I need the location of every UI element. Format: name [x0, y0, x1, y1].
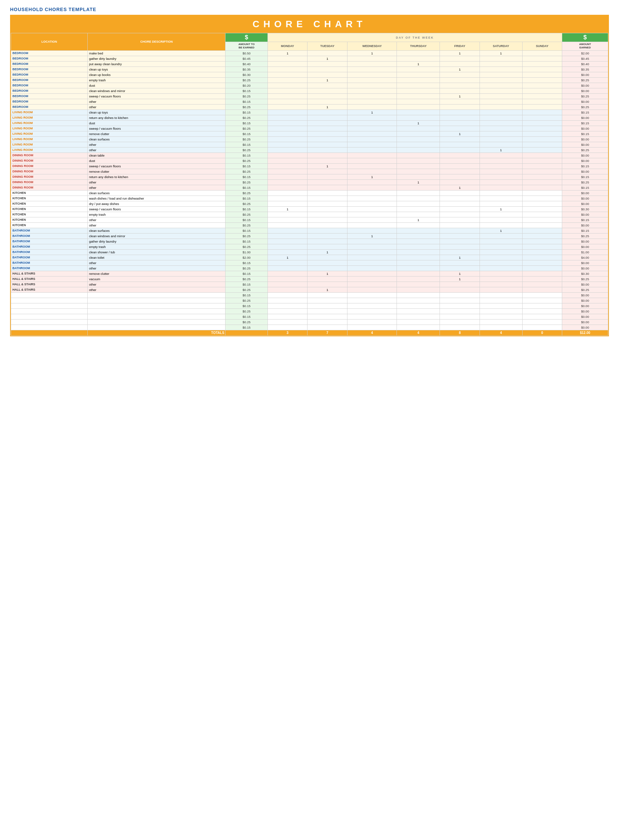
row-sat: [480, 190, 522, 196]
table-row: DINING ROOM other $0.25 1 $0.25: [11, 179, 608, 185]
row-location: DINING ROOM: [11, 174, 88, 179]
row-sat: [480, 115, 522, 120]
row-sat: [480, 244, 522, 249]
table-row: BEDROOM make bed $0.50 1 1 1 1 $2.00: [11, 51, 608, 56]
table-row: LIVING ROOM return any dishes to kitchen…: [11, 115, 608, 120]
table-row: HALL & STAIRS remove clutter $0.15 1 1 $…: [11, 271, 608, 276]
row-sun: [522, 56, 562, 61]
row-sat: [480, 131, 522, 136]
row-wed: 1: [347, 51, 396, 56]
row-tue: [308, 308, 347, 314]
row-amount: $0.25: [226, 287, 268, 292]
row-amount: $0.15: [226, 142, 268, 147]
row-earned: $0.25: [562, 104, 608, 109]
row-location: BATHROOM: [11, 249, 88, 255]
row-thu: [397, 276, 440, 282]
row-thu: [397, 308, 440, 314]
row-mon: [268, 292, 308, 298]
row-sat: [480, 239, 522, 244]
row-sun: [522, 88, 562, 93]
row-sun: [522, 169, 562, 174]
row-chore: clean shower / tub: [87, 249, 225, 255]
row-thu: [397, 265, 440, 271]
row-mon: [268, 131, 308, 136]
row-thu: [397, 131, 440, 136]
row-sat: [480, 61, 522, 67]
row-sat: [480, 319, 522, 324]
row-thu: [397, 282, 440, 287]
row-amount: $0.25: [226, 77, 268, 83]
row-wed: [347, 244, 396, 249]
table-row: LIVING ROOM other $0.25 1 $0.25: [11, 147, 608, 152]
row-location: [11, 319, 88, 324]
row-mon: [268, 212, 308, 217]
table-row: $0.15 $0.00: [11, 324, 608, 330]
row-thu: [397, 99, 440, 104]
row-mon: [268, 88, 308, 93]
row-mon: [268, 228, 308, 233]
row-earned: $0.00: [562, 282, 608, 287]
row-amount: $0.15: [226, 120, 268, 126]
row-tue: [308, 120, 347, 126]
row-mon: [268, 120, 308, 126]
row-location: [11, 298, 88, 303]
table-row: LIVING ROOM dust $0.15 1 $0.15: [11, 120, 608, 126]
table-row: KITCHEN clean surfaces $0.25 $0.00: [11, 190, 608, 196]
row-sat: [480, 255, 522, 260]
table-row: KITCHEN other $0.15 1 $0.15: [11, 217, 608, 223]
table-row: BEDROOM put away clean laundry $0.40 1 $…: [11, 61, 608, 67]
row-sun: [522, 298, 562, 303]
row-earned: $0.15: [562, 163, 608, 169]
row-fri: [440, 56, 480, 61]
row-wed: [347, 56, 396, 61]
row-chore: empty trash: [87, 244, 225, 249]
row-thu: [397, 104, 440, 109]
row-wed: [347, 93, 396, 99]
row-chore: remove clutter: [87, 131, 225, 136]
row-thu: [397, 56, 440, 61]
row-mon: [268, 324, 308, 330]
row-amount: $0.25: [226, 190, 268, 196]
row-chore: vacuum: [87, 276, 225, 282]
row-wed: [347, 282, 396, 287]
row-thu: [397, 319, 440, 324]
row-fri: [440, 282, 480, 287]
row-earned: $0.30: [562, 206, 608, 212]
row-wed: [347, 67, 396, 72]
row-tue: 1: [308, 77, 347, 83]
row-amount: $0.25: [226, 265, 268, 271]
row-earned: $0.00: [562, 99, 608, 104]
row-mon: [268, 67, 308, 72]
row-mon: [268, 104, 308, 109]
row-fri: [440, 206, 480, 212]
table-row: LIVING ROOM sweep / vacuum floors $0.25 …: [11, 126, 608, 131]
row-sat: [480, 223, 522, 228]
row-sun: [522, 255, 562, 260]
row-wed: [347, 271, 396, 276]
row-chore: sweep / vacuum floors: [87, 163, 225, 169]
row-wed: [347, 292, 396, 298]
row-wed: [347, 131, 396, 136]
row-chore: clean surfaces: [87, 228, 225, 233]
row-tue: 1: [308, 56, 347, 61]
row-chore: make bed: [87, 51, 225, 56]
row-sat: [480, 158, 522, 163]
row-earned: $0.00: [562, 190, 608, 196]
row-amount: $0.25: [226, 298, 268, 303]
row-tue: 1: [308, 287, 347, 292]
row-chore: clean up toys: [87, 67, 225, 72]
row-mon: [268, 77, 308, 83]
row-amount: $0.30: [226, 72, 268, 77]
row-chore: [87, 319, 225, 324]
row-location: BATHROOM: [11, 265, 88, 271]
row-sat: [480, 126, 522, 131]
row-sun: [522, 158, 562, 163]
row-sat: [480, 163, 522, 169]
row-wed: [347, 265, 396, 271]
row-tue: [308, 319, 347, 324]
row-sun: [522, 136, 562, 142]
row-chore: gather dirty laundry: [87, 239, 225, 244]
row-earned: $0.25: [562, 276, 608, 282]
row-tue: [308, 51, 347, 56]
row-wed: [347, 163, 396, 169]
